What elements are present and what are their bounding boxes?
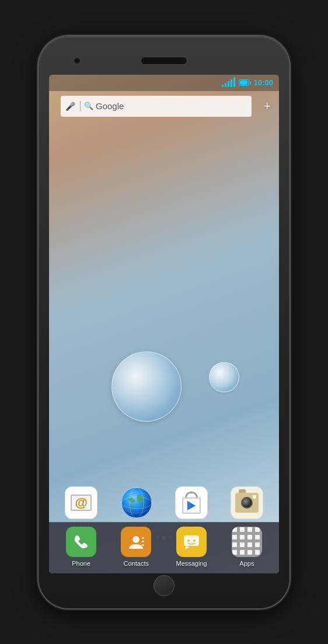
messaging-app[interactable]: Messaging <box>176 527 207 567</box>
battery-icon <box>239 79 249 86</box>
google-label: Google <box>96 101 247 111</box>
svg-rect-10 <box>142 544 144 546</box>
home-button[interactable] <box>153 575 175 596</box>
contacts-app[interactable]: Contacts <box>121 527 151 567</box>
add-widget-button[interactable]: + <box>263 99 271 113</box>
phone-icon <box>66 527 96 557</box>
search-divider <box>80 101 81 112</box>
contacts-icon <box>121 527 151 557</box>
phone-bottom-hardware <box>49 573 279 598</box>
status-bar: 10:00 <box>49 75 279 91</box>
apps-label: Apps <box>239 560 254 567</box>
microphone-icon: 🎤 <box>65 102 75 111</box>
messaging-label: Messaging <box>176 560 207 567</box>
svg-point-7 <box>132 536 139 543</box>
earpiece-speaker <box>141 57 187 65</box>
home-screen-content <box>49 124 279 573</box>
contacts-label: Contacts <box>124 560 149 567</box>
svg-point-12 <box>187 539 190 542</box>
phone-top-hardware <box>49 47 279 75</box>
messaging-icon <box>176 527 207 557</box>
front-camera <box>74 57 81 64</box>
svg-rect-8 <box>142 537 144 539</box>
phone-app[interactable]: Phone <box>66 527 96 567</box>
status-time: 10:00 <box>254 78 273 87</box>
app-dock: Phone Contacts <box>49 522 279 573</box>
google-search-bar[interactable]: 🎤 🔍 Google <box>61 96 252 117</box>
svg-rect-9 <box>142 541 144 542</box>
signal-strength-icon <box>222 79 235 87</box>
phone-label: Phone <box>72 560 90 567</box>
svg-point-13 <box>193 539 196 542</box>
phone-device: 10:00 🎤 🔍 Google + @ <box>39 36 289 608</box>
apps-icon <box>232 527 262 557</box>
apps-app[interactable]: Apps <box>232 527 262 567</box>
search-icon: 🔍 <box>84 102 93 110</box>
phone-screen: 10:00 🎤 🔍 Google + @ <box>49 75 279 573</box>
